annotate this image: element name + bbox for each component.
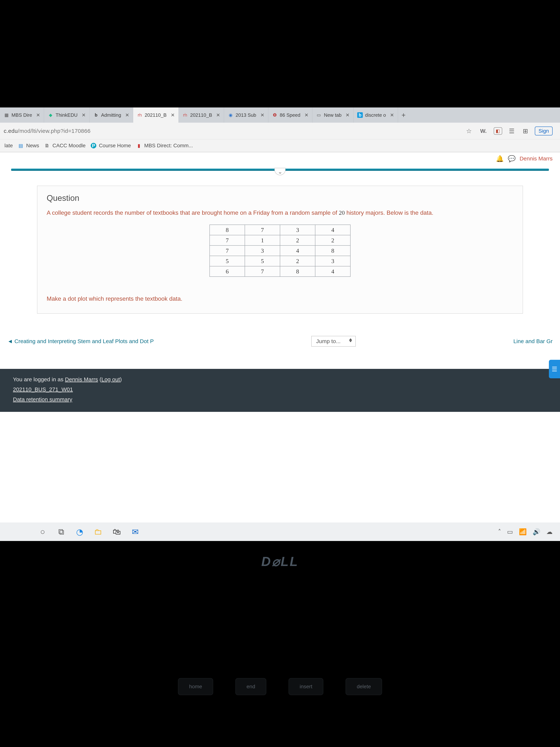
close-icon[interactable]: ✕	[82, 112, 86, 118]
favicon-icon: b	[357, 112, 363, 118]
tab-label: MBS Dire	[11, 112, 32, 118]
cell: 2	[315, 235, 350, 246]
close-icon[interactable]: ✕	[260, 112, 264, 118]
wifi-icon[interactable]: 📶	[519, 528, 527, 535]
cell: 1	[245, 235, 280, 246]
cell: 8	[210, 225, 245, 235]
table-row: 5 5 2 3	[210, 256, 350, 266]
close-icon[interactable]: ✕	[346, 112, 350, 118]
battery-icon[interactable]: ▭	[507, 528, 513, 535]
close-icon[interactable]: ✕	[36, 112, 40, 118]
tab-label: 86 Speed	[280, 112, 300, 118]
chat-icon[interactable]: 💬	[508, 155, 515, 162]
store-icon[interactable]: 🛍	[111, 526, 122, 537]
close-icon[interactable]: ✕	[125, 112, 129, 118]
favorite-star-icon[interactable]: ☆	[464, 127, 473, 135]
tab-202110-b[interactable]: ṁ 202110_B ✕	[179, 107, 224, 123]
key-home: home	[178, 678, 213, 695]
keyboard-row: home end insert delete	[0, 678, 560, 695]
feedback-tab[interactable]: ☰	[549, 360, 560, 378]
page-content: 🔔 💬 Dennis Marrs ⌄ Question A college st…	[0, 152, 560, 541]
fav-label: CACC Moodle	[52, 143, 85, 149]
task-view-icon[interactable]: ⧉	[56, 526, 67, 537]
favicon-icon: ▦	[4, 112, 9, 118]
new-tab-button[interactable]: +	[398, 107, 409, 123]
volume-icon[interactable]: 🔊	[533, 528, 540, 535]
section-divider: ⌄	[11, 169, 549, 171]
question-title: Question	[47, 194, 513, 203]
fav-late[interactable]: late	[4, 143, 13, 149]
tab-label: 202110_B	[190, 112, 212, 118]
chevron-down-icon[interactable]: ⌄	[274, 168, 286, 175]
question-card: Question A college student records the n…	[37, 186, 523, 314]
edge-icon[interactable]: ◔	[74, 526, 85, 537]
wikipedia-shortcut[interactable]: W.	[478, 128, 488, 134]
question-instruction: Make a dot plot which represents the tex…	[47, 295, 513, 302]
mail-icon[interactable]: ✉	[130, 526, 141, 537]
favicon-icon: b	[93, 112, 99, 118]
tab-thinkedu[interactable]: ◆ ThinkEDU ✕	[44, 107, 89, 123]
tab-86speed[interactable]: ❽ 86 Speed ✕	[268, 107, 313, 123]
close-icon[interactable]: ✕	[171, 112, 175, 118]
course-link[interactable]: 202110_BUS_271_W01	[13, 386, 73, 392]
tab-newtab[interactable]: ▭ New tab ✕	[313, 107, 353, 123]
tab-202110-a[interactable]: ṁ 202110_B ✕	[133, 107, 179, 123]
data-table: 8 7 3 4 7 1 2 2 7 3 4 8 5	[209, 225, 351, 277]
fav-label: News	[26, 143, 39, 149]
question-prompt: A college student records the number of …	[47, 208, 513, 217]
tab-label: 202110_B	[144, 112, 167, 118]
logout-link[interactable]: Log out	[101, 376, 120, 382]
page-header: 🔔 💬 Dennis Marrs	[0, 152, 560, 165]
close-icon[interactable]: ✕	[304, 112, 309, 118]
sign-in-button[interactable]: Sign	[535, 127, 553, 135]
explorer-icon[interactable]: 🗀	[92, 526, 104, 537]
tab-admitting[interactable]: b Admitting ✕	[90, 107, 133, 123]
favorites-bar: late ▤ News 🗎 CACC Moodle P Course Home …	[0, 139, 560, 152]
tab-label: discrete o	[365, 112, 386, 118]
favicon-icon: ◉	[228, 112, 233, 118]
table-row: 6 7 8 4	[210, 266, 350, 277]
cell: 7	[245, 266, 280, 277]
windows-taskbar: ○ ⧉ ◔ 🗀 🛍 ✉ ˄ ▭ 📶 🔊 ☁	[0, 522, 560, 541]
cell: 7	[245, 225, 280, 235]
tab-discrete[interactable]: b discrete o ✕	[353, 107, 398, 123]
jump-to-select[interactable]: Jump to...	[311, 336, 356, 346]
reading-list-icon[interactable]: ☰	[507, 127, 516, 135]
tab-2013sub[interactable]: ◉ 2013 Sub ✕	[224, 107, 268, 123]
browser-tab-strip: ▦ MBS Dire ✕ ◆ ThinkEDU ✕ b Admitting ✕ …	[0, 107, 560, 123]
favicon-icon: ◆	[48, 112, 53, 118]
cell: 8	[280, 266, 315, 277]
address-bar[interactable]: c.edu/mod/lti/view.php?id=170866	[4, 128, 464, 134]
favicon-icon: ❽	[272, 112, 277, 118]
cell: 7	[210, 246, 245, 256]
moodle-footer: You are logged in as Dennis Marrs (Log o…	[0, 369, 560, 412]
collections-icon[interactable]: ⊞	[521, 127, 530, 135]
onedrive-icon[interactable]: ☁	[546, 528, 553, 535]
table-row: 8 7 3 4	[210, 225, 350, 235]
data-retention-link[interactable]: Data retention summary	[13, 396, 72, 403]
shopping-icon[interactable]: ◧	[494, 127, 502, 135]
favicon-icon: ṁ	[182, 112, 188, 118]
key-end: end	[235, 678, 266, 695]
fav-mbs[interactable]: ▮ MBS Direct: Comm...	[136, 143, 193, 149]
tab-label: 2013 Sub	[236, 112, 256, 118]
search-icon[interactable]: ○	[37, 526, 48, 537]
user-name[interactable]: Dennis Marrs	[519, 155, 553, 162]
fav-news[interactable]: ▤ News	[18, 143, 39, 149]
fav-cacc[interactable]: 🗎 CACC Moodle	[44, 143, 85, 149]
activity-nav: ◄ Creating and Interpreting Stem and Lea…	[7, 336, 553, 346]
close-icon[interactable]: ✕	[390, 112, 394, 118]
close-icon[interactable]: ✕	[216, 112, 220, 118]
favicon-icon: ▭	[316, 112, 322, 118]
prev-activity-link[interactable]: ◄ Creating and Interpreting Stem and Lea…	[7, 338, 154, 344]
cell: 3	[280, 225, 315, 235]
bell-icon[interactable]: 🔔	[496, 155, 504, 162]
tab-mbs[interactable]: ▦ MBS Dire ✕	[0, 107, 44, 123]
cell: 8	[315, 246, 350, 256]
footer-user-link[interactable]: Dennis Marrs	[65, 376, 98, 382]
cell: 2	[280, 256, 315, 266]
chevron-up-icon[interactable]: ˄	[498, 528, 501, 535]
cell: 6	[210, 266, 245, 277]
next-activity-link[interactable]: Line and Bar Gr	[513, 338, 553, 344]
fav-course-home[interactable]: P Course Home	[91, 143, 131, 149]
